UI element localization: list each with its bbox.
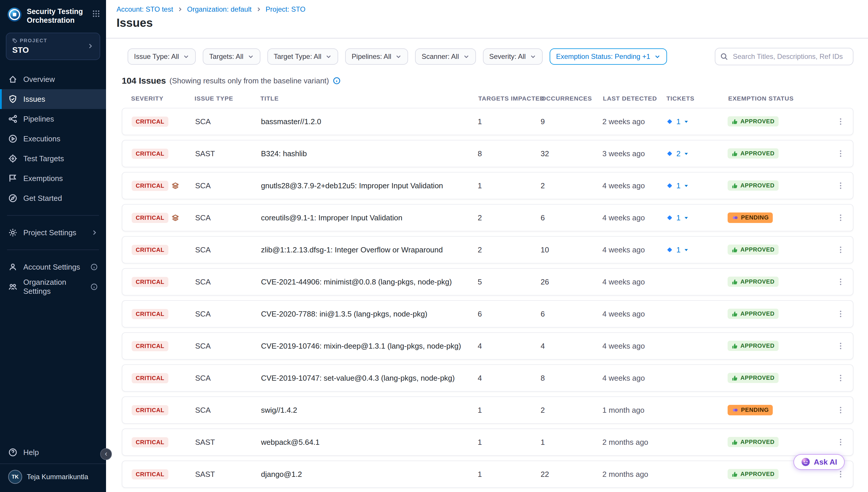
issue-title[interactable]: CVE-2019-10747: set-value@0.4.3 (lang-pk… bbox=[261, 374, 478, 383]
row-menu-button[interactable] bbox=[832, 181, 849, 190]
user-menu[interactable]: TK Teja Kummarikuntla bbox=[0, 463, 106, 492]
issue-title[interactable]: gnutls28@3.7.9-2+deb12u5: Improper Input… bbox=[261, 181, 478, 190]
targets-impacted: 8 bbox=[478, 149, 541, 158]
search-input[interactable] bbox=[715, 48, 853, 65]
help-button[interactable]: Help bbox=[0, 442, 106, 462]
occurrences: 32 bbox=[541, 149, 602, 158]
table-row[interactable]: CRITICAL SCA CVE-2021-44906: minimist@0.… bbox=[122, 268, 853, 296]
divider bbox=[7, 249, 99, 250]
table-row[interactable]: CRITICAL SCA zlib@1:1.2.13.dfsg-1: Integ… bbox=[122, 236, 853, 264]
sidebar-item-label: Overview bbox=[23, 75, 55, 84]
table-row[interactable]: CRITICAL SAST django@1.2 1 22 2 months a… bbox=[122, 461, 853, 488]
row-menu-button[interactable] bbox=[832, 373, 849, 383]
issue-type: SCA bbox=[195, 310, 261, 319]
layers-icon bbox=[172, 182, 179, 189]
filter-severity[interactable]: Severity: All bbox=[483, 48, 543, 65]
issue-title[interactable]: webpack@5.64.1 bbox=[261, 438, 478, 447]
chevron-right-icon bbox=[91, 229, 98, 236]
sidebar-collapse-button[interactable]: ‹ bbox=[100, 448, 112, 460]
tickets-cell[interactable]: 1 bbox=[666, 213, 728, 222]
ask-ai-button[interactable]: Ask AI bbox=[793, 454, 845, 470]
tickets-cell[interactable]: 2 bbox=[666, 149, 728, 158]
chevron-down-icon bbox=[395, 53, 402, 60]
table-row[interactable]: CRITICAL SCA coreutils@9.1-1: Improper I… bbox=[122, 204, 853, 231]
sidebar-item-issues[interactable]: Issues bbox=[0, 89, 106, 109]
project-label: PROJECT bbox=[20, 38, 47, 44]
ticket-icon bbox=[666, 246, 674, 253]
row-menu-button[interactable] bbox=[832, 277, 849, 287]
sidebar-item-pipelines[interactable]: Pipelines bbox=[0, 109, 106, 129]
table-row[interactable]: CRITICAL SCA swig//1.4.2 1 2 1 month ago… bbox=[122, 396, 853, 424]
sidebar-item-overview[interactable]: Overview bbox=[0, 69, 106, 89]
issue-title[interactable]: CVE-2020-7788: ini@1.3.5 (lang-pkgs, nod… bbox=[261, 310, 478, 319]
table-row[interactable]: CRITICAL SCA bassmaster//1.2.0 1 9 2 wee… bbox=[122, 108, 853, 135]
sidebar-item-exemptions[interactable]: Exemptions bbox=[0, 169, 106, 188]
table-row[interactable]: CRITICAL SCA CVE-2019-10746: mixin-deep@… bbox=[122, 332, 853, 360]
issue-type: SCA bbox=[195, 374, 261, 383]
info-icon[interactable] bbox=[90, 263, 98, 271]
approved-icon bbox=[732, 375, 738, 381]
issue-type: SCA bbox=[195, 277, 261, 287]
info-icon[interactable] bbox=[333, 77, 341, 85]
sidebar-item-account-settings[interactable]: Account Settings bbox=[0, 257, 106, 277]
app-grid-icon[interactable] bbox=[92, 9, 100, 20]
row-menu-button[interactable] bbox=[832, 117, 849, 126]
filter-issue-type[interactable]: Issue Type: All bbox=[128, 48, 196, 65]
caret-down-icon bbox=[683, 247, 689, 253]
row-menu-button[interactable] bbox=[832, 309, 849, 319]
caret-down-icon bbox=[683, 215, 689, 221]
breadcrumb-project-link[interactable]: Project: STO bbox=[266, 5, 306, 14]
issue-title[interactable]: swig//1.4.2 bbox=[261, 406, 478, 415]
issue-title[interactable]: zlib@1:1.2.13.dfsg-1: Integer Overflow o… bbox=[261, 245, 478, 254]
table-row[interactable]: CRITICAL SAST webpack@5.64.1 1 1 2 month… bbox=[122, 428, 853, 456]
info-icon[interactable] bbox=[90, 283, 98, 291]
table-row[interactable]: CRITICAL SCA CVE-2020-7788: ini@1.3.5 (l… bbox=[122, 300, 853, 328]
issue-title[interactable]: django@1.2 bbox=[261, 470, 478, 479]
severity-badge: CRITICAL bbox=[132, 341, 168, 351]
row-menu-button[interactable] bbox=[832, 149, 849, 158]
chevron-right-icon bbox=[87, 41, 94, 52]
sidebar-item-get-started[interactable]: Get Started bbox=[0, 188, 106, 208]
filter-target-type[interactable]: Target Type: All bbox=[267, 48, 339, 65]
breadcrumb-account-link[interactable]: Account: STO test bbox=[116, 5, 173, 14]
filter-scanner[interactable]: Scanner: All bbox=[415, 48, 476, 65]
tickets-cell[interactable]: 1 bbox=[666, 181, 728, 190]
chevron-right-icon bbox=[256, 6, 262, 12]
issue-title[interactable]: bassmaster//1.2.0 bbox=[261, 117, 478, 126]
page-header: Account: STO test Organization: default … bbox=[106, 0, 868, 39]
severity-badge: CRITICAL bbox=[132, 469, 168, 479]
row-menu-button[interactable] bbox=[832, 245, 849, 254]
sidebar-item-label: Organization Settings bbox=[23, 278, 84, 296]
sidebar-item-test-targets[interactable]: Test Targets bbox=[0, 149, 106, 169]
row-menu-button[interactable] bbox=[832, 470, 849, 479]
tickets-cell[interactable]: 1 bbox=[666, 245, 728, 254]
tickets-cell[interactable]: 1 bbox=[666, 117, 728, 126]
targets-impacted: 4 bbox=[478, 374, 541, 383]
tag-icon bbox=[12, 38, 18, 44]
results-summary: 104 Issues (Showing results only from th… bbox=[122, 76, 853, 86]
filter-pipelines[interactable]: Pipelines: All bbox=[345, 48, 408, 65]
row-menu-button[interactable] bbox=[832, 405, 849, 415]
issue-title[interactable]: B324: hashlib bbox=[261, 149, 478, 158]
severity-badge: CRITICAL bbox=[132, 245, 168, 255]
occurrences: 1 bbox=[541, 438, 602, 447]
sidebar-item-executions[interactable]: Executions bbox=[0, 129, 106, 149]
project-selector[interactable]: PROJECT STO bbox=[6, 33, 100, 60]
sidebar-item-project-settings[interactable]: Project Settings bbox=[0, 223, 106, 243]
sidebar-item-label: Account Settings bbox=[23, 263, 80, 272]
table-row[interactable]: CRITICAL SAST B324: hashlib 8 32 3 weeks… bbox=[122, 140, 853, 167]
breadcrumb-organization-link[interactable]: Organization: default bbox=[187, 5, 252, 14]
row-menu-button[interactable] bbox=[832, 341, 849, 351]
occurrences: 8 bbox=[541, 374, 602, 383]
issue-title[interactable]: CVE-2021-44906: minimist@0.0.8 (lang-pkg… bbox=[261, 277, 478, 287]
table-row[interactable]: CRITICAL SCA gnutls28@3.7.9-2+deb12u5: I… bbox=[122, 172, 853, 199]
issue-title[interactable]: coreutils@9.1-1: Improper Input Validati… bbox=[261, 213, 478, 222]
row-menu-button[interactable] bbox=[832, 438, 849, 447]
sidebar: Security Testing Orchestration PROJECT S… bbox=[0, 0, 106, 492]
filter-targets[interactable]: Targets: All bbox=[203, 48, 260, 65]
sidebar-item-organization-settings[interactable]: Organization Settings bbox=[0, 277, 106, 297]
table-row[interactable]: CRITICAL SCA CVE-2019-10747: set-value@0… bbox=[122, 364, 853, 392]
row-menu-button[interactable] bbox=[832, 213, 849, 222]
issue-title[interactable]: CVE-2019-10746: mixin-deep@1.3.1 (lang-p… bbox=[261, 342, 478, 351]
filter-exemption-status[interactable]: Exemption Status: Pending +1 bbox=[550, 48, 667, 65]
